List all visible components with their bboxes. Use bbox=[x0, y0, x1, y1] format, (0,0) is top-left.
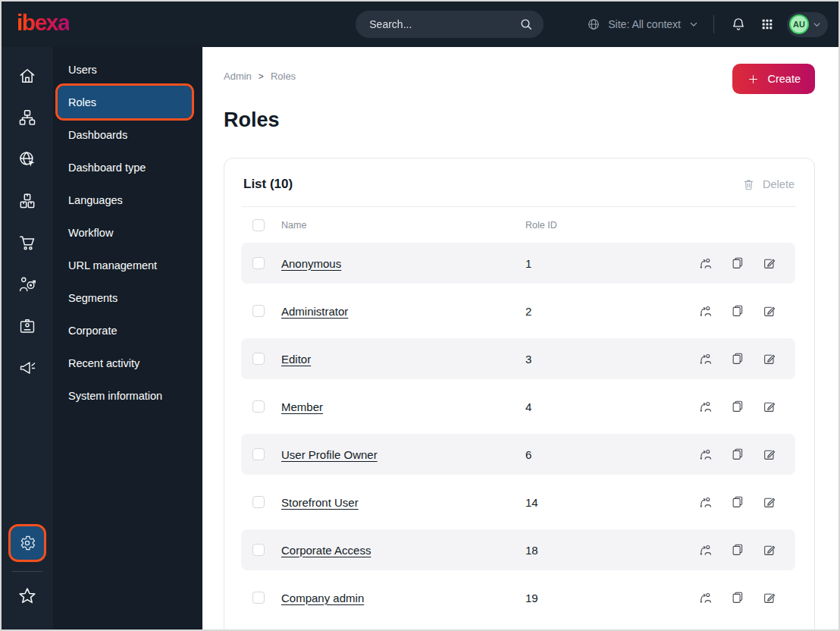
sidebar-item-label: Languages bbox=[68, 194, 123, 206]
site-globe-icon[interactable] bbox=[11, 143, 43, 175]
breadcrumb: Admin > Roles bbox=[224, 71, 296, 82]
sidebar-item-label: Recent activity bbox=[68, 357, 139, 369]
breadcrumb-admin[interactable]: Admin bbox=[224, 71, 252, 82]
plus-icon bbox=[747, 73, 760, 86]
row-checkbox[interactable] bbox=[252, 305, 265, 317]
assign-users-icon[interactable] bbox=[698, 351, 713, 366]
column-header-role-id: Role ID bbox=[525, 220, 682, 231]
sidebar-item-label: System information bbox=[68, 390, 162, 402]
select-all-checkbox[interactable] bbox=[252, 219, 265, 231]
globe-icon bbox=[586, 17, 601, 32]
table-row: User Profile Owner 6 bbox=[241, 434, 795, 475]
sidebar-item-label: Dashboard type bbox=[68, 162, 146, 174]
role-id-value: 19 bbox=[525, 592, 682, 604]
role-name-link[interactable]: Corporate Access bbox=[281, 544, 509, 557]
sidebar-item-url-management[interactable]: URL management bbox=[58, 249, 192, 281]
copy-icon[interactable] bbox=[730, 542, 745, 557]
assign-users-icon[interactable] bbox=[698, 542, 713, 557]
apps-grid-icon[interactable] bbox=[757, 14, 778, 35]
search-input[interactable] bbox=[369, 18, 519, 30]
commerce-cart-icon[interactable] bbox=[11, 227, 43, 259]
create-button-label: Create bbox=[767, 73, 801, 85]
global-search[interactable] bbox=[356, 11, 544, 38]
sidebar-item-label: Roles bbox=[68, 96, 96, 108]
sidebar-item-dashboards[interactable]: Dashboards bbox=[58, 118, 192, 151]
sidebar-item-recent-activity[interactable]: Recent activity bbox=[58, 347, 192, 379]
admin-gear-icon[interactable] bbox=[11, 526, 44, 560]
row-checkbox[interactable] bbox=[252, 353, 265, 365]
assign-users-icon[interactable] bbox=[698, 494, 713, 510]
edit-icon[interactable] bbox=[762, 351, 777, 366]
user-menu[interactable]: AU bbox=[787, 12, 828, 37]
edit-icon[interactable] bbox=[762, 303, 777, 319]
sidebar-item-system-information[interactable]: System information bbox=[58, 379, 192, 412]
sidebar-item-corporate[interactable]: Corporate bbox=[58, 314, 192, 347]
sidebar-item-label: URL management bbox=[68, 259, 157, 272]
assign-users-icon[interactable] bbox=[698, 590, 713, 605]
bookmarks-star-icon[interactable] bbox=[11, 580, 43, 612]
copy-icon[interactable] bbox=[730, 399, 745, 414]
sidebar-item-segments[interactable]: Segments bbox=[58, 281, 192, 314]
edit-icon[interactable] bbox=[762, 256, 777, 271]
content-tree-icon[interactable] bbox=[11, 102, 43, 133]
role-id-value: 6 bbox=[525, 448, 682, 461]
delete-button-label: Delete bbox=[763, 178, 795, 190]
edit-icon[interactable] bbox=[762, 447, 777, 462]
create-button[interactable]: Create bbox=[732, 64, 815, 94]
edit-icon[interactable] bbox=[762, 542, 777, 557]
sidebar-item-roles[interactable]: Roles bbox=[58, 86, 192, 118]
chevron-down-icon bbox=[688, 18, 700, 30]
role-name-link[interactable]: Storefront User bbox=[281, 496, 509, 509]
copy-icon[interactable] bbox=[730, 590, 745, 605]
icon-rail bbox=[2, 47, 53, 629]
copy-icon[interactable] bbox=[730, 351, 745, 366]
table-row: Anonymous 1 bbox=[241, 243, 795, 284]
table-row: Member 4 bbox=[241, 386, 795, 427]
trash-icon bbox=[741, 177, 756, 192]
copy-icon[interactable] bbox=[730, 494, 745, 510]
edit-icon[interactable] bbox=[762, 399, 777, 414]
role-name-link[interactable]: User Profile Owner bbox=[281, 448, 509, 461]
edit-icon[interactable] bbox=[762, 494, 777, 510]
sidebar-item-users[interactable]: Users bbox=[58, 53, 192, 86]
site-context-selector[interactable]: Site: All context bbox=[586, 17, 700, 32]
assign-users-icon[interactable] bbox=[698, 256, 713, 271]
assign-users-icon[interactable] bbox=[698, 447, 713, 462]
marketing-megaphone-icon[interactable] bbox=[11, 352, 43, 384]
role-name-link[interactable]: Administrator bbox=[281, 305, 509, 318]
copy-icon[interactable] bbox=[730, 447, 745, 462]
row-checkbox[interactable] bbox=[252, 448, 265, 460]
row-checkbox[interactable] bbox=[252, 400, 265, 413]
breadcrumb-roles: Roles bbox=[271, 71, 296, 82]
assign-users-icon[interactable] bbox=[698, 303, 713, 319]
rail-divider bbox=[12, 571, 42, 572]
role-name-link[interactable]: Editor bbox=[281, 353, 509, 366]
row-checkbox[interactable] bbox=[252, 544, 265, 556]
products-boxes-icon[interactable] bbox=[11, 185, 43, 217]
copy-icon[interactable] bbox=[730, 256, 745, 271]
delete-button[interactable]: Delete bbox=[741, 177, 795, 192]
table-row: Administrator 2 bbox=[241, 290, 795, 331]
role-id-value: 4 bbox=[525, 400, 682, 413]
personalization-target-icon[interactable] bbox=[11, 268, 43, 300]
copy-icon[interactable] bbox=[730, 303, 745, 319]
edit-icon[interactable] bbox=[762, 590, 777, 605]
home-icon[interactable] bbox=[11, 60, 43, 92]
role-id-value: 3 bbox=[525, 353, 682, 366]
role-name-link[interactable]: Anonymous bbox=[281, 257, 509, 270]
customers-badge-icon[interactable] bbox=[11, 310, 43, 342]
row-checkbox[interactable] bbox=[252, 592, 265, 604]
row-checkbox[interactable] bbox=[252, 496, 265, 508]
role-name-link[interactable]: Company admin bbox=[281, 592, 509, 604]
sidebar-item-label: Users bbox=[68, 64, 97, 76]
row-checkbox[interactable] bbox=[252, 257, 265, 269]
assign-users-icon[interactable] bbox=[698, 399, 713, 414]
notifications-bell-icon[interactable] bbox=[728, 14, 749, 35]
top-bar: ibexa Site: All context bbox=[2, 2, 838, 47]
sidebar-item-languages[interactable]: Languages bbox=[58, 184, 192, 216]
sidebar-item-dashboard-type[interactable]: Dashboard type bbox=[58, 151, 192, 184]
role-name-link[interactable]: Member bbox=[281, 400, 509, 413]
sidebar-menu: Users Roles Dashboards Dashboard type La… bbox=[53, 47, 202, 629]
sidebar-item-workflow[interactable]: Workflow bbox=[58, 216, 192, 249]
table-row: Storefront User 14 bbox=[241, 482, 795, 523]
